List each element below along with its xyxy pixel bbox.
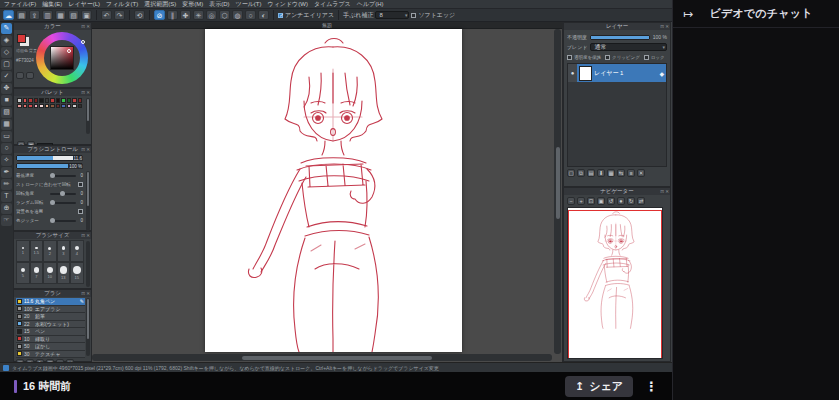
- fit-view-button[interactable]: ⊡: [587, 197, 595, 205]
- material-icon[interactable]: ▣: [81, 10, 92, 20]
- palette-swatch[interactable]: [56, 98, 61, 103]
- clipping-option[interactable]: クリッピング: [605, 53, 640, 62]
- checkbox-icon[interactable]: [78, 209, 83, 214]
- eyedropper-tool[interactable]: ✧: [1, 155, 12, 166]
- brush-control-scrollbar[interactable]: [86, 171, 90, 231]
- brush-opacity-slider[interactable]: 100 %: [16, 163, 83, 169]
- canvas-tab-title[interactable]: 無題: [92, 22, 562, 29]
- brush-size-scrollbar[interactable]: [86, 241, 90, 287]
- lock-option[interactable]: ロック: [644, 53, 665, 62]
- select-pen-tool[interactable]: ✓: [1, 71, 12, 82]
- snap-parallel-button[interactable]: ∥: [167, 10, 178, 20]
- snap-off-button[interactable]: ⊘: [154, 10, 165, 20]
- delete-layer-button[interactable]: ✕: [637, 169, 645, 177]
- reset-rotation-button[interactable]: ●: [617, 197, 625, 205]
- palette-scrollbar[interactable]: [86, 98, 90, 134]
- menu-item[interactable]: タイムラプス: [314, 0, 351, 9]
- palette-swatch[interactable]: [39, 98, 44, 103]
- menu-item[interactable]: ファイル(F): [4, 0, 36, 9]
- brush-size-slider[interactable]: 11.6: [16, 155, 83, 161]
- pen-tool[interactable]: ✎: [1, 23, 12, 34]
- brush-size-cell[interactable]: 3: [57, 240, 71, 262]
- snap-ellipse-button[interactable]: ○: [245, 10, 256, 20]
- blend-dropdown[interactable]: 通常: [590, 43, 667, 51]
- snap-cross-button[interactable]: ✚: [180, 10, 191, 20]
- palette-swatch[interactable]: [17, 104, 22, 109]
- dot-pen-tool[interactable]: ◇: [1, 47, 12, 58]
- actual-size-button[interactable]: ▣: [597, 197, 605, 205]
- brush-size-cell[interactable]: 5: [16, 262, 30, 284]
- transfer-layer-button[interactable]: ⇆: [617, 169, 625, 177]
- brush-item[interactable]: 11.6 丸角ペン ✎: [16, 298, 85, 306]
- brush-size-cell[interactable]: 2: [43, 240, 57, 262]
- image-icon[interactable]: ▦: [55, 10, 66, 20]
- collapse-chat-icon[interactable]: ↦: [683, 7, 693, 21]
- fill-tool[interactable]: ■: [1, 95, 12, 106]
- horizontal-scrollbar[interactable]: [92, 354, 552, 361]
- checkbox-icon[interactable]: [567, 55, 572, 60]
- palette-swatch[interactable]: [23, 104, 28, 109]
- checkbox-icon[interactable]: [278, 13, 283, 18]
- palette-swatch[interactable]: [34, 98, 39, 103]
- brush-size-cell[interactable]: 1.5: [30, 240, 44, 262]
- checkbox-icon[interactable]: [605, 55, 610, 60]
- soft-edge-option[interactable]: ソフトエッジ: [411, 11, 455, 20]
- canvas-page[interactable]: [205, 29, 462, 352]
- brush-size-cell[interactable]: 13: [57, 262, 71, 284]
- protect-alpha-option[interactable]: 透明度を保護: [567, 53, 601, 62]
- menu-item[interactable]: 表示(D): [209, 0, 229, 9]
- palette-swatch[interactable]: [72, 104, 77, 109]
- palette-swatch[interactable]: [67, 104, 72, 109]
- move-tool[interactable]: ✥: [1, 83, 12, 94]
- share-button[interactable]: ↥ シェア: [565, 376, 633, 397]
- redo-button[interactable]: ↷: [114, 10, 125, 20]
- export-icon[interactable]: ⇪: [29, 10, 40, 20]
- palette-swatch[interactable]: [78, 104, 83, 109]
- open-icon[interactable]: ▥: [42, 10, 53, 20]
- option-slider[interactable]: [50, 193, 76, 195]
- zoom-out-button[interactable]: −: [567, 197, 575, 205]
- menu-item[interactable]: ヘルプ(H): [357, 0, 384, 9]
- kebab-menu-icon[interactable]: ⋮: [645, 379, 658, 394]
- grid-toggle-icon[interactable]: ▧: [68, 10, 79, 20]
- snap-radial-button[interactable]: ◍: [232, 10, 243, 20]
- zoom-in-button[interactable]: +: [577, 197, 585, 205]
- palette-swatch[interactable]: [78, 98, 83, 103]
- layer-row[interactable]: ● レイヤー 1 ◆: [568, 64, 666, 82]
- palette-swatch[interactable]: [61, 104, 66, 109]
- checkbox-icon[interactable]: [78, 182, 83, 187]
- foreground-color-swatch[interactable]: [17, 34, 26, 43]
- add-layer-button[interactable]: ▢: [567, 169, 575, 177]
- hue-marker[interactable]: [81, 40, 85, 44]
- menu-item[interactable]: レイヤー(L): [68, 0, 100, 9]
- brush-size-cell[interactable]: 4: [70, 240, 84, 262]
- duplicate-layer-button[interactable]: ⧉: [577, 169, 585, 177]
- palette-swatch[interactable]: [61, 98, 66, 103]
- brush-item[interactable]: 15 ペン: [16, 328, 85, 336]
- color-mode-button[interactable]: [16, 72, 24, 79]
- save-icon[interactable]: ▤: [16, 10, 27, 20]
- brush-size-cell[interactable]: 10: [43, 262, 57, 284]
- pen2-tool[interactable]: ✒: [1, 167, 12, 178]
- checkbox-icon[interactable]: [644, 55, 649, 60]
- brush-item[interactable]: 50 ぼかし: [16, 343, 85, 351]
- palette-swatch[interactable]: [50, 104, 55, 109]
- marquee-tool[interactable]: ▢: [1, 59, 12, 70]
- brush-item[interactable]: 20 鉛筆: [16, 313, 85, 321]
- menu-item[interactable]: フィルタ(T): [106, 0, 138, 9]
- brush-item[interactable]: 22 水彩(ウェット): [16, 321, 85, 329]
- hand-tool[interactable]: ☞: [1, 215, 12, 226]
- palette-swatch[interactable]: [39, 104, 44, 109]
- menu-item[interactable]: ウィンドウ(W): [268, 0, 308, 9]
- palette-swatch[interactable]: [23, 98, 28, 103]
- palette-swatch[interactable]: [72, 98, 77, 103]
- bucket-tool[interactable]: ▨: [1, 107, 12, 118]
- brush-list-scrollbar[interactable]: [86, 298, 90, 356]
- layer-folder-button[interactable]: ▦: [607, 169, 615, 177]
- menu-item[interactable]: 選択範囲(S): [144, 0, 176, 9]
- layer-opacity-slider[interactable]: [590, 35, 650, 40]
- eraser-tool[interactable]: ◈: [1, 35, 12, 46]
- layer-up-button[interactable]: ▤: [587, 169, 595, 177]
- palette-swatch[interactable]: [56, 104, 61, 109]
- navigator-view-rectangle[interactable]: [568, 210, 662, 359]
